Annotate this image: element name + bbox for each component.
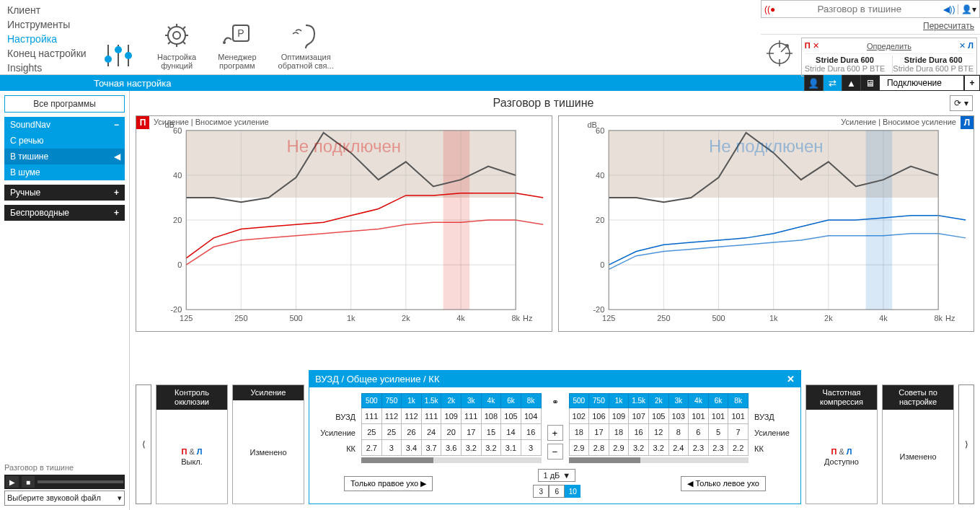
panel-close-button[interactable]: ✕: [787, 374, 795, 384]
only-right-button[interactable]: Только правое ухо ▶: [344, 476, 433, 491]
svg-text:dB: dB: [587, 120, 596, 129]
svg-line-14: [168, 42, 170, 44]
play-button[interactable]: ▶: [6, 476, 19, 488]
speaker-right-icon: ◀)): [940, 4, 958, 14]
svg-text:P: P: [237, 27, 244, 39]
sliders-icon: [101, 41, 136, 70]
chart-settings-button[interactable]: ⟳ ▾: [950, 95, 973, 111]
svg-text:4k: 4k: [456, 314, 465, 322]
svg-text:Hz: Hz: [945, 314, 955, 322]
nav-client[interactable]: Клиент: [7, 3, 87, 17]
add-button[interactable]: +: [964, 75, 980, 91]
card-occlusion[interactable]: Контроль окклюзии П & ЛВыкл.: [156, 384, 228, 504]
svg-line-15: [183, 27, 185, 29]
step-select[interactable]: 1 дБ▼: [538, 469, 575, 482]
tool-feedback[interactable]: Оптимизацияобратной свя...: [278, 21, 334, 70]
prev-button[interactable]: ⟨: [136, 384, 151, 504]
card-freq-compression[interactable]: Частотная компрессия П & ЛДоступно: [805, 384, 878, 504]
device-box: П ✕ Определить ✕ Л Stride Dura 600Stride…: [801, 38, 977, 76]
card-gain[interactable]: Усиление Изменено: [232, 384, 304, 504]
tool-functions[interactable]: Настройкафункций: [157, 21, 196, 70]
svg-text:1k: 1k: [347, 314, 356, 322]
svg-text:0: 0: [177, 260, 182, 269]
card-tips[interactable]: Советы по настройке Изменено: [882, 384, 954, 504]
manual-header[interactable]: Ручные+: [4, 185, 125, 201]
program-sidebar: Все программы SoundNav− С речью В тишине…: [0, 91, 130, 510]
statusbar-user-icon[interactable]: 👤: [804, 75, 823, 91]
bottom-strip: ⟨ Контроль окклюзии П & ЛВыкл. Усиление …: [130, 382, 980, 510]
svg-point-5: [125, 53, 131, 58]
step-tabs[interactable]: 3 6 10: [533, 485, 581, 498]
stop-button[interactable]: ■: [22, 476, 35, 488]
soundnav-header[interactable]: SoundNav−: [4, 117, 125, 133]
tool-program-manager[interactable]: P Менеджерпрограмм: [218, 21, 256, 70]
table-left[interactable]: 5007501k1.5k2k3k4k6k8k111112112111109111…: [361, 393, 542, 456]
svg-text:0: 0: [600, 260, 604, 269]
svg-text:-20: -20: [593, 305, 604, 314]
sub-noise[interactable]: В шуме: [4, 164, 125, 180]
program-icon: P: [220, 21, 255, 50]
svg-rect-82: [865, 131, 892, 309]
scroll-left[interactable]: [361, 457, 542, 463]
next-button[interactable]: ⟩: [958, 384, 974, 504]
svg-text:40: 40: [173, 171, 182, 180]
all-programs-button[interactable]: Все программы: [4, 95, 125, 113]
svg-text:250: 250: [234, 314, 247, 322]
left-badge: П: [136, 116, 149, 129]
sub-speech[interactable]: С речью: [4, 133, 125, 149]
section-bar: Точная настройка 👤 ⇄ ▲ 🖥 Подключение +: [0, 75, 980, 91]
link-ears-icon[interactable]: ⚭: [547, 395, 563, 409]
current-program-label: Разговор в тишине: [4, 463, 125, 472]
right-badge: Л: [961, 116, 974, 129]
svg-point-18: [223, 41, 226, 44]
statusbar-warning-icon[interactable]: ▲: [842, 75, 860, 91]
gear-icon: [159, 21, 194, 50]
svg-point-7: [173, 32, 180, 39]
main-title: Разговор в тишине: [137, 97, 950, 110]
target-icon[interactable]: [765, 39, 794, 68]
svg-text:500: 500: [289, 314, 302, 322]
determine-link[interactable]: Определить: [867, 42, 911, 50]
svg-point-6: [168, 27, 185, 44]
wireless-header[interactable]: Беспроводные+: [4, 205, 125, 221]
table-right[interactable]: 5007501k1.5k2k3k4k6k8k102106109107105103…: [569, 393, 749, 456]
svg-text:20: 20: [596, 216, 604, 224]
svg-text:8k: 8k: [934, 314, 943, 322]
svg-text:500: 500: [712, 314, 725, 322]
svg-text:125: 125: [602, 314, 615, 322]
gain-minus-button[interactable]: −: [547, 444, 563, 460]
scroll-right[interactable]: [569, 457, 749, 463]
file-select[interactable]: Выберите звуковой файл▾: [4, 491, 125, 506]
toolbar: Настройкафункций P Менеджерпрограмм Опти…: [94, 0, 761, 74]
recalc-link[interactable]: Пересчитать: [923, 21, 974, 31]
only-left-button[interactable]: ◀ Только левое ухо: [681, 476, 766, 491]
sub-quiet[interactable]: В тишине: [4, 149, 125, 164]
svg-line-12: [168, 27, 170, 29]
chart-caption-left: Усиление | Вносимое усиление: [154, 118, 269, 126]
nav-tools[interactable]: Инструменты: [7, 17, 87, 32]
topbar: Клиент Инструменты Настройка Конец настр…: [0, 0, 980, 75]
statusbar-sync-icon[interactable]: ⇄: [823, 75, 842, 91]
media-player: ▶ ■: [4, 475, 125, 489]
main-area: Разговор в тишине ⟳ ▾ П Усиление | Вноси…: [130, 91, 980, 510]
chart-right: Л Усиление | Вносимое усиление Не подклю…: [558, 115, 975, 332]
svg-line-13: [183, 42, 185, 44]
nav-end[interactable]: Конец настройки: [7, 46, 87, 61]
connect-button[interactable]: Подключение: [879, 75, 964, 91]
ear-icon: [288, 21, 323, 50]
chart-caption-right: Усиление | Вносимое усиление: [841, 118, 956, 126]
statusbar-screen-icon[interactable]: 🖥: [860, 75, 879, 91]
user-dropdown[interactable]: 👤▾: [958, 4, 979, 14]
svg-text:Hz: Hz: [523, 314, 533, 322]
chart-left: П Усиление | Вносимое усиление Не подклю…: [136, 115, 552, 332]
environment-input[interactable]: [779, 1, 940, 17]
not-connected-left: Не подключен: [286, 136, 401, 157]
tool-equalizer[interactable]: [101, 41, 136, 70]
gain-plus-button[interactable]: +: [547, 425, 563, 441]
svg-text:2k: 2k: [402, 314, 410, 322]
svg-text:-20: -20: [170, 305, 182, 314]
svg-point-3: [105, 56, 111, 62]
nav-insights[interactable]: Insights: [7, 61, 87, 75]
environment-dropdown[interactable]: ((● ◀)) 👤▾: [761, 0, 980, 18]
nav-fitting[interactable]: Настройка: [7, 32, 87, 46]
